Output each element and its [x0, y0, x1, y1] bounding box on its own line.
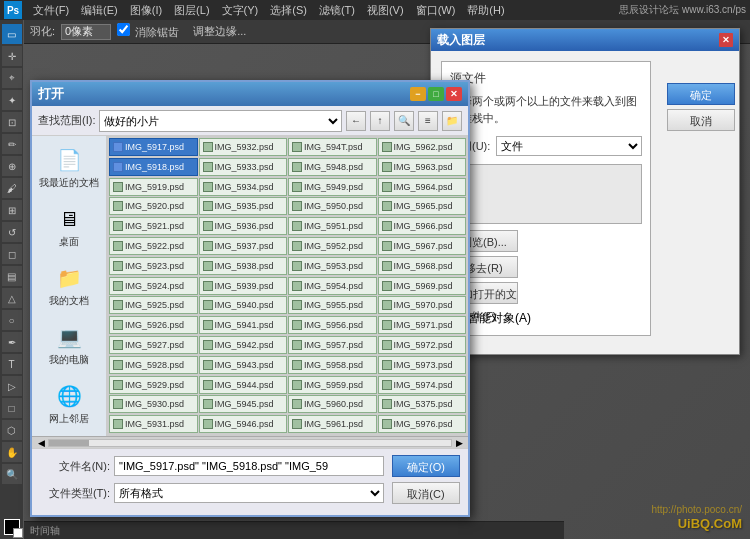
- tool-history[interactable]: ↺: [2, 222, 22, 242]
- tool-spot-heal[interactable]: ⊕: [2, 156, 22, 176]
- use-select[interactable]: 文件: [496, 136, 642, 156]
- tool-blur[interactable]: △: [2, 288, 22, 308]
- menu-file[interactable]: 文件(F): [28, 1, 74, 20]
- refine-edge-btn[interactable]: 调整边缘...: [193, 24, 246, 39]
- file-item[interactable]: IMG_5966.psd: [378, 217, 467, 235]
- file-item[interactable]: IMG_5930.psd: [109, 395, 198, 413]
- file-item[interactable]: IMG_5927.psd: [109, 336, 198, 354]
- file-item[interactable]: IMG_5918.psd: [109, 158, 198, 176]
- tool-lasso[interactable]: ⌖: [2, 68, 22, 88]
- scroll-right-btn[interactable]: ▶: [452, 438, 466, 448]
- view-toggle-btn[interactable]: ≡: [418, 111, 438, 131]
- tool-eyedropper[interactable]: ✏: [2, 134, 22, 154]
- scroll-left-btn[interactable]: ◀: [34, 438, 48, 448]
- tool-path[interactable]: ▷: [2, 376, 22, 396]
- menu-help[interactable]: 帮助(H): [462, 1, 509, 20]
- menu-image[interactable]: 图像(I): [125, 1, 167, 20]
- close-btn[interactable]: ✕: [446, 87, 462, 101]
- file-item[interactable]: IMG_5960.psd: [288, 395, 377, 413]
- file-item[interactable]: IMG_5972.psd: [378, 336, 467, 354]
- sidebar-my-docs[interactable]: 📁 我的文档: [36, 260, 102, 311]
- tool-marquee[interactable]: ▭: [2, 24, 22, 44]
- nav-up-btn[interactable]: ↑: [370, 111, 390, 131]
- file-item[interactable]: IMG_5926.psd: [109, 316, 198, 334]
- file-item[interactable]: IMG_5950.psd: [288, 197, 377, 215]
- file-item[interactable]: IMG_5961.psd: [288, 415, 377, 433]
- tool-zoom[interactable]: 🔍: [2, 464, 22, 484]
- file-item[interactable]: IMG_5928.psd: [109, 356, 198, 374]
- file-item[interactable]: IMG_5937.psd: [199, 237, 288, 255]
- tool-eraser[interactable]: ◻: [2, 244, 22, 264]
- file-item[interactable]: IMG_5971.psd: [378, 316, 467, 334]
- file-item[interactable]: IMG_5945.psd: [199, 395, 288, 413]
- file-item[interactable]: IMG_5963.psd: [378, 158, 467, 176]
- location-select[interactable]: 做好的小片: [99, 110, 342, 132]
- file-item[interactable]: IMG_5917.psd: [109, 138, 198, 156]
- file-item[interactable]: IMG_5940.psd: [199, 296, 288, 314]
- sidebar-recent-docs[interactable]: 📄 我最近的文档: [36, 142, 102, 193]
- file-item[interactable]: IMG_5968.psd: [378, 257, 467, 275]
- filetype-select[interactable]: 所有格式: [114, 483, 384, 503]
- file-item[interactable]: IMG_5948.psd: [288, 158, 377, 176]
- file-item[interactable]: IMG_5934.psd: [199, 178, 288, 196]
- file-item[interactable]: IMG_5929.psd: [109, 376, 198, 394]
- file-item[interactable]: IMG_5921.psd: [109, 217, 198, 235]
- menu-text[interactable]: 文字(Y): [217, 1, 264, 20]
- tool-hand[interactable]: ✋: [2, 442, 22, 462]
- file-item[interactable]: IMG_5925.psd: [109, 296, 198, 314]
- tool-crop[interactable]: ⊡: [2, 112, 22, 132]
- file-item[interactable]: IMG_5956.psd: [288, 316, 377, 334]
- sidebar-desktop[interactable]: 🖥 桌面: [36, 201, 102, 252]
- file-item[interactable]: IMG_5931.psd: [109, 415, 198, 433]
- file-item[interactable]: IMG_5939.psd: [199, 277, 288, 295]
- file-item[interactable]: IMG_5962.psd: [378, 138, 467, 156]
- file-item[interactable]: IMG_5955.psd: [288, 296, 377, 314]
- feather-input[interactable]: [61, 24, 111, 40]
- minimize-btn[interactable]: −: [410, 87, 426, 101]
- maximize-btn[interactable]: □: [428, 87, 444, 101]
- open-ok-btn[interactable]: 确定(O): [392, 455, 460, 477]
- file-item[interactable]: IMG_5933.psd: [199, 158, 288, 176]
- file-item[interactable]: IMG_5375.psd: [378, 395, 467, 413]
- menu-layer[interactable]: 图层(L): [169, 1, 214, 20]
- tool-wand[interactable]: ✦: [2, 90, 22, 110]
- menu-filter[interactable]: 滤镜(T): [314, 1, 360, 20]
- file-item[interactable]: IMG_5973.psd: [378, 356, 467, 374]
- file-item[interactable]: IMG_5974.psd: [378, 376, 467, 394]
- filename-input[interactable]: [114, 456, 384, 476]
- file-item[interactable]: IMG_5923.psd: [109, 257, 198, 275]
- file-item[interactable]: IMG_5936.psd: [199, 217, 288, 235]
- tool-3d[interactable]: ⬡: [2, 420, 22, 440]
- file-item[interactable]: IMG_5969.psd: [378, 277, 467, 295]
- nav-search-btn[interactable]: 🔍: [394, 111, 414, 131]
- file-item[interactable]: IMG_5970.psd: [378, 296, 467, 314]
- tool-gradient[interactable]: ▤: [2, 266, 22, 286]
- anti-alias-checkbox[interactable]: [117, 23, 130, 36]
- file-item[interactable]: IMG_5924.psd: [109, 277, 198, 295]
- file-item[interactable]: IMG_5951.psd: [288, 217, 377, 235]
- file-item[interactable]: IMG_5941.psd: [199, 316, 288, 334]
- new-folder-btn[interactable]: 📁: [442, 111, 462, 131]
- nav-back-btn[interactable]: ←: [346, 111, 366, 131]
- file-item[interactable]: IMG_5920.psd: [109, 197, 198, 215]
- menu-window[interactable]: 窗口(W): [411, 1, 461, 20]
- tool-brush[interactable]: 🖌: [2, 178, 22, 198]
- file-item[interactable]: IMG_5958.psd: [288, 356, 377, 374]
- menu-select[interactable]: 选择(S): [265, 1, 312, 20]
- file-item[interactable]: IMG_5957.psd: [288, 336, 377, 354]
- file-item[interactable]: IMG_5942.psd: [199, 336, 288, 354]
- file-item[interactable]: IMG_5964.psd: [378, 178, 467, 196]
- file-item[interactable]: IMG_5946.psd: [199, 415, 288, 433]
- scrollbar-thumb[interactable]: [49, 440, 89, 446]
- tool-pen[interactable]: ✒: [2, 332, 22, 352]
- tool-text[interactable]: T: [2, 354, 22, 374]
- load-layers-ok-btn[interactable]: 确定: [667, 83, 735, 105]
- scrollbar-horizontal[interactable]: ◀ ▶: [32, 436, 468, 448]
- tool-clone[interactable]: ⊞: [2, 200, 22, 220]
- file-item[interactable]: IMG_5922.psd: [109, 237, 198, 255]
- file-item[interactable]: IMG_5953.psd: [288, 257, 377, 275]
- tool-move[interactable]: ✛: [2, 46, 22, 66]
- file-item[interactable]: IMG_5932.psd: [199, 138, 288, 156]
- file-item[interactable]: IMG_5949.psd: [288, 178, 377, 196]
- sidebar-my-computer[interactable]: 💻 我的电脑: [36, 319, 102, 370]
